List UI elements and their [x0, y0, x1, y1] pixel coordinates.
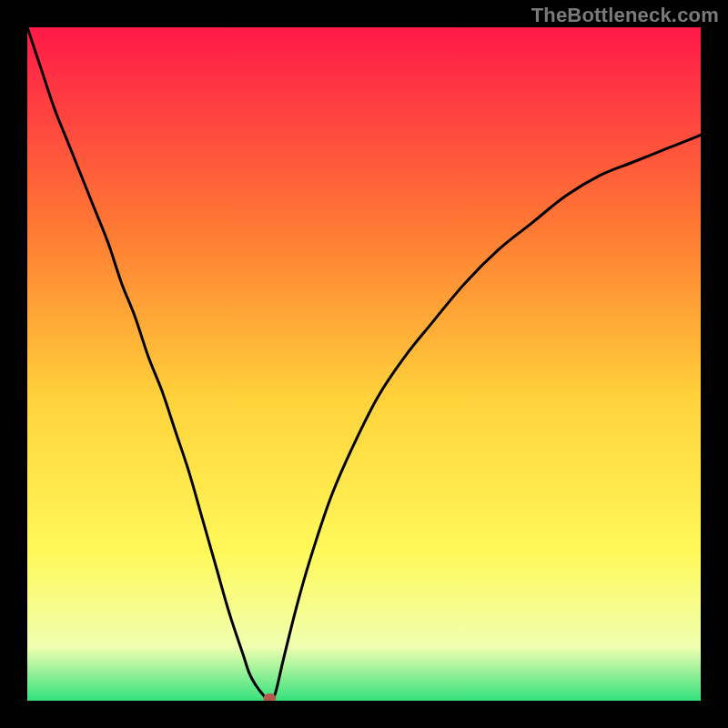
chart-frame: TheBottleneck.com: [0, 0, 728, 728]
gradient-background: [27, 27, 701, 701]
watermark-text: TheBottleneck.com: [531, 4, 719, 27]
plot-svg: [27, 27, 701, 701]
plot-area: [27, 27, 701, 701]
